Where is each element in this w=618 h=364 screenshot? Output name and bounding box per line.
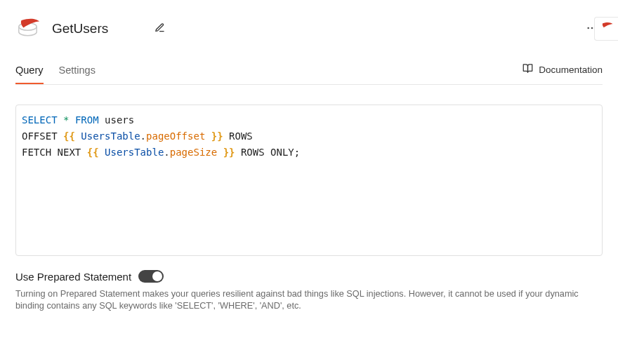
mssql-logo-icon — [600, 21, 614, 37]
tab-settings[interactable]: Settings — [59, 59, 96, 84]
query-editor[interactable]: SELECT * FROM users OFFSET {{ UsersTable… — [15, 105, 603, 256]
book-icon — [522, 63, 533, 76]
bind-close: }} — [223, 147, 235, 158]
prepared-statement-row: Use Prepared Statement — [15, 270, 603, 283]
kw-star: * — [63, 114, 69, 126]
prepared-statement-help: Turning on Prepared Statement makes your… — [15, 288, 591, 312]
tabs-bar: Query Settings Documentation — [15, 59, 603, 85]
bind-close: }} — [211, 130, 223, 142]
documentation-label: Documentation — [539, 65, 603, 75]
datasource-button[interactable] — [594, 17, 618, 41]
tab-query[interactable]: Query — [15, 59, 44, 84]
bind-name: UsersTable — [105, 147, 164, 158]
bind-open: {{ — [87, 147, 99, 158]
bind-name: UsersTable — [81, 130, 140, 142]
sql-tail: ROWS — [229, 130, 253, 142]
bind-open: {{ — [63, 130, 75, 142]
bind-prop: pageOffset — [146, 130, 205, 142]
toggle-knob — [152, 271, 162, 281]
pencil-icon — [154, 25, 165, 35]
svg-point-2 — [591, 27, 593, 29]
documentation-link[interactable]: Documentation — [522, 63, 603, 80]
svg-point-1 — [587, 27, 589, 29]
kw-select: SELECT — [22, 114, 58, 126]
sql-tail: ROWS ONLY; — [241, 147, 300, 158]
query-title: GetUsers — [52, 21, 108, 36]
query-header: GetUsers — [15, 15, 603, 42]
bind-prop: pageSize — [170, 147, 217, 158]
kw-offset: OFFSET — [22, 130, 58, 142]
prepared-statement-toggle[interactable] — [138, 270, 164, 283]
kw-from: FROM — [75, 114, 99, 126]
sql-table-name: users — [105, 114, 134, 126]
kw-fetch: FETCH NEXT — [22, 147, 81, 158]
edit-name-button[interactable] — [152, 20, 168, 38]
mssql-logo — [15, 15, 42, 42]
prepared-statement-label: Use Prepared Statement — [15, 271, 131, 283]
